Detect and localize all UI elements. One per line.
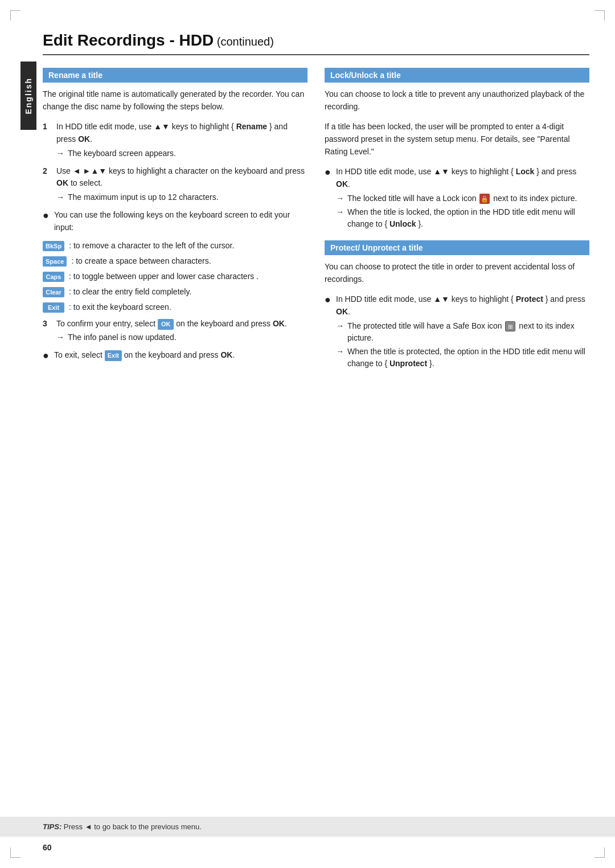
key-bksp: BkSp : to remove a character to the left…	[43, 240, 308, 252]
protect-bullet-text: In HDD title edit mode, use ▲▼ keys to h…	[336, 293, 589, 369]
protect-arrow2: → When the title is protected, the optio…	[336, 346, 589, 370]
lock-arrow2: → When the title is locked, the option i…	[336, 206, 589, 230]
key-badge-space: Space	[43, 256, 67, 267]
corner-mark-bl	[10, 847, 20, 858]
keyboard-keys-text: You can use the following keys on the ke…	[54, 209, 308, 234]
corner-mark-tr	[594, 10, 605, 21]
step-1-text: In HDD title edit mode, use ▲▼ keys to h…	[56, 122, 288, 144]
keyboard-keys-bullet: ● You can use the following keys on the …	[43, 209, 308, 234]
rename-intro: The original title name is automatically…	[43, 88, 308, 113]
language-sidebar: English	[20, 62, 36, 130]
step-1: 1 In HDD title edit mode, use ▲▼ keys to…	[43, 121, 308, 159]
corner-mark-br	[594, 847, 605, 858]
step-3-arrow-text: The info panel is now updated.	[68, 331, 177, 343]
step-2-content: Use ◄ ►▲▼ keys to highlight a character …	[56, 165, 308, 203]
step-2-text: Use ◄ ►▲▼ keys to highlight a character …	[56, 166, 305, 188]
lock-para1: You can choose to lock a title to preven…	[325, 88, 589, 113]
key-badge-clear: Clear	[43, 287, 64, 298]
step-2-num: 2	[43, 165, 53, 203]
key-desc-clear: : to clear the entry field completely.	[69, 286, 308, 298]
step-1-arrow-text: The keyboard screen appears.	[68, 148, 176, 159]
main-content: Edit Recordings - HDD (continued) Rename…	[43, 31, 589, 410]
step-3: 3 To confirm your entry, select OK on th…	[43, 318, 308, 344]
protect-arrow1-text: The protected title will have a Safe Box…	[347, 320, 589, 344]
exit-bullet: ● To exit, select Exit on the keyboard a…	[43, 349, 308, 362]
safebox-icon: ⊞	[505, 321, 515, 331]
step-3-content: To confirm your entry, select OK on the …	[56, 318, 308, 344]
step-2-arrow-text: The maximum input is up to 12 characters…	[68, 191, 219, 203]
step-1-arrow: → The keyboard screen appears.	[56, 148, 308, 159]
lock-bullet: ● In HDD title edit mode, use ▲▼ keys to…	[325, 166, 589, 230]
step-1-content: In HDD title edit mode, use ▲▼ keys to h…	[56, 121, 308, 159]
left-column: Rename a title The original title name i…	[43, 68, 308, 375]
step-1-num: 1	[43, 121, 53, 159]
key-desc-exit: : to exit the keyboard screen.	[69, 301, 308, 313]
key-desc-space: : to create a space between characters.	[71, 255, 308, 267]
lock-section-header: Lock/Unlock a title	[325, 68, 589, 83]
key-table: BkSp : to remove a character to the left…	[43, 240, 308, 313]
step-3-arrow: → The info panel is now updated.	[56, 331, 308, 343]
protect-arrow2-text: When the title is protected, the option …	[347, 346, 589, 370]
protect-section-header: Protect/ Unprotect a title	[325, 240, 589, 255]
step-3-num: 3	[43, 318, 53, 344]
lock-arrow1-text: The locked title will have a Lock icon 🔒…	[347, 193, 577, 204]
tips-label: TIPS:	[43, 822, 62, 831]
key-clear: Clear : to clear the entry field complet…	[43, 286, 308, 298]
tips-bar: TIPS: Press ◄ to go back to the previous…	[0, 817, 615, 837]
page-number: 60	[43, 843, 52, 852]
sidebar-label: English	[24, 77, 33, 114]
lock-arrow1: → The locked title will have a Lock icon…	[336, 193, 589, 204]
key-desc-caps: : to toggle between upper and lower case…	[69, 271, 308, 282]
key-exit: Exit : to exit the keyboard screen.	[43, 301, 308, 313]
right-column: Lock/Unlock a title You can choose to lo…	[325, 68, 589, 375]
key-badge-caps: Caps	[43, 272, 64, 282]
two-column-layout: Rename a title The original title name i…	[43, 68, 589, 375]
lock-bullet-text: In HDD title edit mode, use ▲▼ keys to h…	[336, 166, 589, 230]
step-3-text: To confirm your entry, select OK on the …	[56, 319, 287, 328]
key-badge-bksp: BkSp	[43, 241, 64, 252]
key-badge-exit: Exit	[43, 302, 64, 313]
protect-arrow1: → The protected title will have a Safe B…	[336, 320, 589, 344]
step-2: 2 Use ◄ ►▲▼ keys to highlight a characte…	[43, 165, 308, 203]
tips-text: Press ◄ to go back to the previous menu.	[64, 822, 202, 831]
lock-para2: If a title has been locked, the user wil…	[325, 121, 589, 158]
step-2-arrow: → The maximum input is up to 12 characte…	[56, 191, 308, 203]
key-desc-bksp: : to remove a character to the left of t…	[69, 240, 308, 252]
protect-para: You can choose to protect the title in o…	[325, 261, 589, 285]
page-title-text: Edit Recordings - HDD	[43, 31, 214, 49]
corner-mark-tl	[10, 10, 20, 21]
lock-arrow2-text: When the title is locked, the option in …	[347, 206, 589, 230]
page-title: Edit Recordings - HDD (continued)	[43, 31, 589, 55]
lock-icon: 🔒	[479, 194, 490, 204]
rename-section-header: Rename a title	[43, 68, 308, 83]
page-title-suffix: (continued)	[214, 35, 274, 48]
protect-bullet: ● In HDD title edit mode, use ▲▼ keys to…	[325, 293, 589, 369]
exit-text: To exit, select Exit on the keyboard and…	[54, 349, 235, 362]
key-caps: Caps : to toggle between upper and lower…	[43, 271, 308, 282]
key-space: Space : to create a space between charac…	[43, 255, 308, 267]
